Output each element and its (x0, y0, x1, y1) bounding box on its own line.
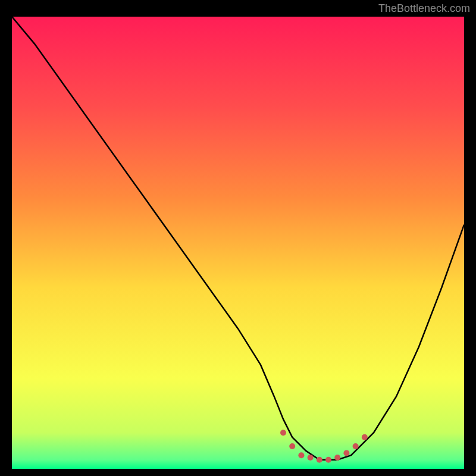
marker-dot (317, 457, 322, 463)
chart-area (12, 17, 464, 469)
marker-dot (353, 443, 359, 449)
watermark-text: TheBottleneck.com (378, 2, 470, 15)
marker-dot (280, 430, 286, 436)
marker-dot (343, 450, 349, 456)
marker-dot (298, 452, 304, 458)
marker-dot (334, 455, 340, 461)
optimal-range-markers (12, 17, 464, 469)
marker-dot (362, 434, 368, 440)
marker-dot (325, 457, 331, 463)
marker-dot (289, 443, 295, 449)
marker-dot (308, 455, 314, 461)
